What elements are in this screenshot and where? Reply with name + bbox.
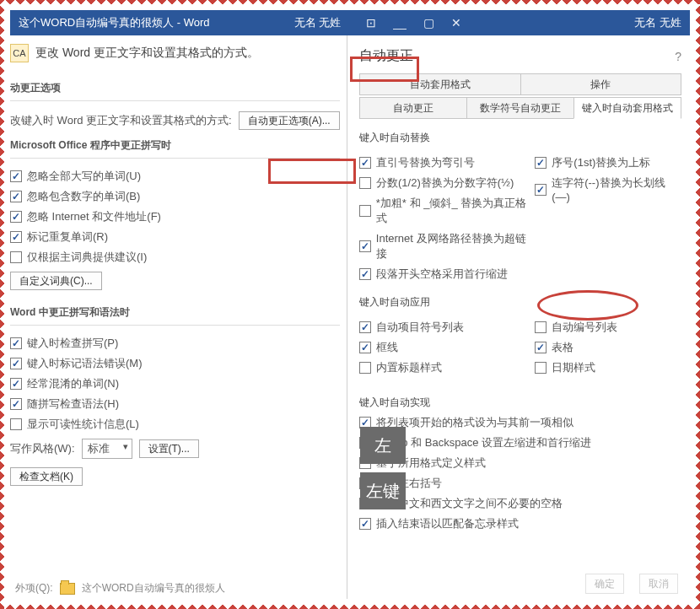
title-bar: 这个WORD自动编号真的很烦人 - Word 无名 无姓 ⊡ __ ▢ ✕ 无名… [10,10,690,35]
subhead-auto: 键入时自动实现 [359,396,681,410]
minimize-icon[interactable]: __ [393,16,407,30]
subhead-apply: 键入时自动应用 [359,295,681,310]
checkbox[interactable] [10,418,22,430]
autocorrect-desc: 改键入时 Word 更正文字和设置其格式的方式: [10,113,232,128]
checkbox[interactable] [535,342,547,353]
checkbox[interactable] [10,170,22,182]
checkbox[interactable] [10,211,22,223]
checkbox[interactable] [535,362,547,374]
cb-label: 经常混淆的单词(N) [27,376,119,391]
cb-label: 忽略 Internet 和文件地址(F) [27,209,161,224]
cb-label: 连字符(--)替换为长划线(—) [552,175,681,203]
cb-label: 随拼写检查语法(H) [27,396,119,412]
cb-label: 段落开头空格采用首行缩进 [376,267,508,282]
cb-label: 内置标题样式 [376,360,442,375]
cb-label: 自动项目符号列表 [376,320,464,335]
user-name-center: 无名 无姓 [294,15,342,30]
checkbox[interactable] [359,157,371,169]
user-name-right: 无名 无姓 [634,15,681,30]
checkbox[interactable] [359,362,371,374]
checkbox[interactable] [359,321,371,333]
proofing-icon: CA [10,44,29,62]
exceptions-docname: 这个WORD自动编号真的很烦人 [82,581,225,596]
doc-title: 这个WORD自动编号真的很烦人 - Word [19,15,210,30]
checkbox[interactable] [359,240,371,252]
restore-icon[interactable]: ▢ [423,16,434,30]
section-autocorrect-options: 动更正选项 [10,81,340,95]
exceptions-row: 外项(Q): 这个WORD自动编号真的很烦人 [15,581,225,596]
checkbox[interactable] [10,337,22,349]
cb-label: 用 Tab 和 Backspace 设置左缩进和首行缩进 [376,435,591,450]
section-office-spell: Microsoft Office 程序中更正拼写时 [10,138,340,153]
cb-label: 忽略包含数字的单词(B) [27,189,140,204]
watermark-left-2: 左键 [360,472,406,509]
checkbox[interactable] [10,378,22,390]
intro-text: 更改 Word 更正文字和设置其格式的方式。 [35,46,259,61]
subhead-replace: 键入时自动替换 [359,131,681,145]
cb-label: 键入时标记语法错误(M) [27,356,143,371]
dialog-title: 自动更正 [359,47,413,65]
cb-label: 将列表项开始的格式设为与其前一项相似 [376,415,573,430]
exceptions-label: 外项(Q): [15,581,53,596]
checkbox[interactable] [359,518,371,530]
cancel-button[interactable]: 取消 [639,574,678,594]
cb-label: 分数(1/2)替换为分数字符(½) [376,175,514,191]
checkbox[interactable] [10,398,22,410]
cb-label: Internet 及网络路径替换为超链接 [376,231,536,261]
checkbox[interactable] [10,251,22,263]
cb-label: 序号(1st)替换为上标 [552,155,650,170]
checkbox-auto-number-list[interactable] [535,321,547,333]
autocorrect-options-button[interactable]: 自动更正选项(A)... [239,111,340,130]
checkbox[interactable] [359,177,371,189]
checkbox[interactable] [535,157,547,169]
cb-label: 日期样式 [552,360,595,375]
tab-actions[interactable]: 操作 [520,73,682,95]
window-controls: ⊡ __ ▢ ✕ [366,16,461,30]
style-settings-button[interactable]: 设置(T)... [139,439,199,458]
cb-label: 忽略全部大写的单词(U) [27,169,141,184]
checkbox[interactable] [10,358,22,369]
checkbox[interactable] [10,231,22,243]
help-icon[interactable]: ? [675,50,681,63]
tab-autoformat-as-you-type[interactable]: 键入时自动套用格式 [573,97,681,119]
cb-label: 显示可读性统计信息(L) [27,417,139,432]
box-icon[interactable]: ⊡ [366,16,376,30]
section-word-spell: Word 中更正拼写和语法时 [10,305,340,320]
autocorrect-dialog: 自动更正 ? 自动套用格式 操作 自动更正 数学符号自动更正 键入时自动套用格式… [347,35,690,599]
watermark-left-1: 左 [360,427,406,464]
cb-label: *加粗* 和 _倾斜_ 替换为真正格式 [376,196,536,226]
checkbox[interactable] [359,268,371,280]
style-label: 写作风格(W): [10,441,75,456]
checkbox[interactable] [359,205,371,217]
cb-label: 仅根据主词典提供建议(I) [27,250,147,265]
cb-label: 键入时检查拼写(P) [27,336,118,351]
recheck-doc-button[interactable]: 检查文档(K) [10,467,83,486]
cb-label: 标记重复单词(R) [27,229,108,245]
tab-autocorrect[interactable]: 自动更正 [359,97,467,119]
custom-dict-button[interactable]: 自定义词典(C)... [10,272,102,290]
options-proofing-panel: CA 更改 Word 更正文字和设置其格式的方式。 动更正选项 改键入时 Wor… [10,35,347,599]
cb-label: 插入结束语以匹配备忘录样式 [376,516,519,531]
cb-label: 直引号替换为弯引号 [376,155,475,170]
cb-label: 自动编号列表 [552,320,617,335]
tab-autoformat[interactable]: 自动套用格式 [359,73,521,95]
close-icon[interactable]: ✕ [451,16,461,30]
checkbox[interactable] [359,342,371,353]
cb-label: 框线 [376,340,398,355]
checkbox[interactable] [10,191,22,202]
checkbox[interactable] [535,184,547,196]
writing-style-combo[interactable]: 标准 [82,439,132,459]
ok-button[interactable]: 确定 [585,574,624,594]
tab-math-autocorrect[interactable]: 数学符号自动更正 [466,97,574,119]
doc-icon [60,583,75,595]
cb-label: 表格 [552,340,573,355]
